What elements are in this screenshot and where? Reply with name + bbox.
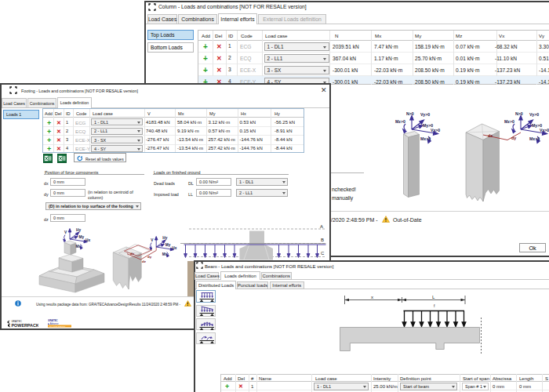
svg-text:ADVANCE DESIGN: ADVANCE DESIGN	[49, 325, 65, 328]
svg-text:V: V	[151, 238, 154, 242]
svg-text:x: x	[371, 295, 373, 299]
svg-text:▶ Advance: ▶ Advance	[48, 322, 59, 325]
svg-text:A: A	[320, 224, 323, 229]
svg-text:dz: dz	[142, 260, 147, 263]
svg-text:V: V	[64, 230, 67, 234]
svg-text:N>0: N>0	[406, 111, 414, 116]
svg-text:Vx>0: Vx>0	[540, 128, 549, 132]
svg-text:Hy: Hy	[162, 236, 167, 240]
svg-text:L: L	[432, 295, 435, 299]
svg-text:My: My	[79, 235, 85, 239]
svg-text:dx: dx	[488, 133, 493, 138]
svg-text:Mx: Mx	[76, 245, 82, 249]
svg-text:Vx>0: Vx>0	[431, 128, 440, 132]
svg-text:C: C	[321, 251, 325, 256]
svg-text:dx: dx	[130, 252, 135, 256]
svg-text:Mx: Mx	[162, 252, 168, 256]
svg-text:Mx>0: Mx>0	[529, 136, 540, 141]
svg-text:Mz>0: Mz>0	[395, 119, 405, 124]
svg-text:Hx: Hx	[85, 238, 90, 242]
svg-text:Mz>0: Mz>0	[504, 119, 514, 124]
svg-text:N>0: N>0	[515, 111, 523, 116]
svg-text:Mx>0: Mx>0	[420, 136, 431, 141]
svg-text:Hx: Hx	[172, 246, 176, 250]
svg-text:B: B	[321, 238, 324, 242]
svg-text:Hy: Hy	[76, 228, 81, 232]
svg-text:Vy>0: Vy>0	[420, 112, 430, 117]
svg-text:dy: dy	[147, 255, 152, 259]
svg-text:My: My	[165, 243, 171, 247]
svg-text:f: f	[434, 303, 435, 308]
svg-text:POWERPACK: POWERPACK	[12, 323, 39, 328]
svg-text:Vy>0: Vy>0	[529, 112, 539, 117]
svg-text:dy: dy	[511, 136, 516, 140]
